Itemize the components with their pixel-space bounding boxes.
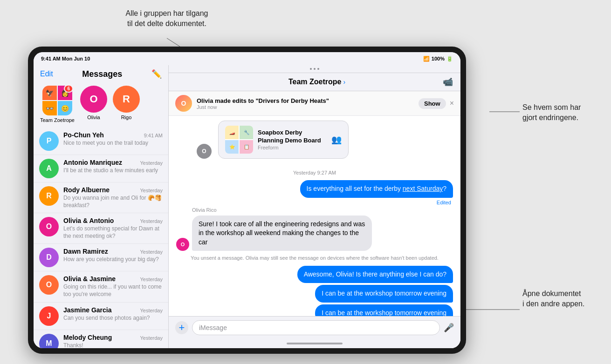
msg-name: Rody Albuerne — [63, 186, 110, 194]
msg-content: Antonio Manriquez Yesterday I'll be at t… — [63, 159, 163, 175]
msg-name: Jasmine Garcia — [63, 306, 112, 314]
compose-button[interactable]: ✏️ — [151, 69, 162, 79]
pinned-contact-rigo[interactable]: R Rigo — [113, 86, 140, 123]
edit-button[interactable]: Edit — [40, 70, 53, 78]
avatar: A — [39, 159, 59, 178]
chevron-right-icon: › — [343, 78, 345, 86]
msg-name: Antonio Manriquez — [63, 159, 122, 166]
bubble-row: I can be at the workshop tomorrow evenin… — [176, 304, 453, 316]
messages-title: Messages — [82, 69, 122, 79]
chat-title-area[interactable]: Team Zoetrope › — [288, 78, 345, 86]
avatar: P — [39, 131, 59, 151]
list-item[interactable]: J Jasmine Garcia Yesterday Can you send … — [34, 303, 168, 330]
msg-content: Olivia & Antonio Yesterday Let's do some… — [63, 217, 163, 240]
msg-time: Yesterday — [140, 160, 163, 166]
msg-content: Olivia & Jasmine Yesterday Going on this… — [63, 275, 163, 298]
list-item[interactable]: P Po-Chun Yeh 9:41 AM Nice to meet you o… — [34, 128, 168, 155]
bubble-row: O Sure! I took care of all the engineeri… — [176, 216, 453, 251]
list-item[interactable]: O Olivia & Jasmine Yesterday Going on th… — [34, 271, 168, 302]
input-placeholder: iMessage — [199, 324, 227, 331]
avatar: J — [39, 306, 59, 326]
bubble-row: Awesome, Olivia! Is there anything else … — [176, 266, 453, 283]
list-item[interactable]: O Olivia & Antonio Yesterday Let's do so… — [34, 213, 168, 244]
chat-title: Team Zoetrope — [288, 78, 342, 86]
badge-count: 6 — [64, 85, 73, 93]
mic-button[interactable]: 🎤 — [444, 323, 454, 333]
notification-banner: O Olivia made edits to "Drivers for Derb… — [169, 91, 460, 116]
annotation-top: Alle i gruppen har tilgang til det delte… — [111, 8, 223, 29]
pinned-contacts: 🦅 👩 👓 😊 6 Team Zoetrope O Olivia — [34, 82, 168, 128]
avatar: O — [39, 275, 59, 295]
edited-label: Edited — [176, 200, 453, 205]
list-item[interactable]: M Melody Cheung Yesterday Thanks! — [34, 330, 168, 348]
avatar: M — [39, 334, 59, 348]
message-input[interactable]: iMessage — [192, 320, 440, 335]
ipad-screen: 9:41 AM Mon Jun 10 📶 100% 🔋 Edit Message… — [34, 52, 460, 348]
add-attachment-button[interactable]: + — [175, 321, 188, 334]
notif-content: Olivia made edits to "Drivers for Derby … — [197, 97, 414, 110]
doc-sender-avatar: O — [197, 144, 212, 159]
doc-thumbnail: 🏎️ 🔧 ⭐ 📋 — [225, 126, 253, 154]
main-content: Edit Messages ✏️ 🦅 👩 👓 😊 — [34, 65, 460, 348]
status-right: 📶 100% 🔋 — [423, 56, 453, 62]
sender-name-label: Olivia Rico — [176, 207, 453, 214]
ipad-frame: 9:41 AM Mon Jun 10 📶 100% 🔋 Edit Message… — [28, 47, 466, 354]
msg-name: Dawn Ramirez — [63, 248, 108, 255]
doc-info: Soapbox Derby Planning Demo Board Freefo… — [258, 129, 327, 150]
list-item[interactable]: R Rody Albuerne Yesterday Do you wanna j… — [34, 182, 168, 213]
close-button[interactable]: × — [450, 99, 454, 108]
msg-preview: Thanks! — [63, 342, 163, 348]
home-bar — [287, 343, 343, 344]
msg-time: Yesterday — [140, 335, 163, 341]
notif-actions: Show × — [419, 98, 454, 109]
bubble-row: Is everything all set for the derby next… — [176, 180, 453, 198]
msg-preview: I'll be at the studio a few minutes earl… — [63, 167, 163, 175]
rigo-avatar: R — [113, 86, 140, 113]
messages-area: Yesterday 9:27 AM Is everything all set … — [169, 163, 460, 316]
msg-time: Yesterday — [140, 188, 163, 193]
pinned-name-olivia: Olivia — [87, 115, 100, 120]
pinned-name-rigo: Rigo — [121, 115, 132, 120]
msg-time: Yesterday — [140, 218, 163, 224]
show-button[interactable]: Show — [419, 98, 446, 109]
doc-title: Soapbox Derby Planning Demo Board — [258, 129, 327, 145]
pinned-contact-olivia[interactable]: O Olivia — [80, 86, 107, 123]
msg-name: Po-Chun Yeh — [63, 131, 104, 139]
avatar: R — [39, 186, 59, 206]
message-list: P Po-Chun Yeh 9:41 AM Nice to meet you o… — [34, 128, 168, 348]
chat-header: Team Zoetrope › 📹 — [169, 73, 460, 91]
shared-doc-card[interactable]: 🏎️ 🔧 ⭐ 📋 Soapbox Derby Planning Demo Boa… — [218, 121, 349, 159]
msg-content: Po-Chun Yeh 9:41 AM Nice to meet you on … — [63, 131, 163, 147]
annotation-right2: Åpne dokumentet i den andre appen. — [522, 289, 606, 310]
doc-subtitle: Freeform — [258, 145, 327, 150]
msg-name: Olivia & Jasmine — [63, 275, 116, 283]
notif-time: Just now — [197, 104, 414, 110]
group-icon: 👥 — [331, 135, 342, 145]
bubble: Is everything all set for the derby next… — [300, 180, 453, 198]
sidebar: Edit Messages ✏️ 🦅 👩 👓 😊 — [34, 65, 169, 348]
shared-doc-container: O 🏎️ 🔧 ⭐ 📋 Soapbox Derby Planning Demo B… — [169, 116, 460, 163]
top-dots-area — [169, 65, 460, 73]
battery-text: 100% — [432, 56, 445, 61]
input-bar: + iMessage 🎤 — [169, 316, 460, 339]
msg-content: Rody Albuerne Yesterday Do you wanna joi… — [63, 186, 163, 209]
msg-preview: Do you wanna join me and Oli for 🥐🥞 brea… — [63, 195, 163, 209]
status-bar: 9:41 AM Mon Jun 10 📶 100% 🔋 — [34, 52, 460, 65]
three-dots — [310, 68, 319, 70]
list-item[interactable]: A Antonio Manriquez Yesterday I'll be at… — [34, 155, 168, 182]
wifi-icon: 📶 — [423, 56, 430, 62]
avatar: O — [39, 217, 59, 236]
list-item[interactable]: D Dawn Ramirez Yesterday How are you cel… — [34, 244, 168, 271]
pinned-name-team-zoetrope: Team Zoetrope — [40, 117, 75, 123]
video-call-button[interactable]: 📹 — [443, 77, 453, 87]
msg-preview: How are you celebrating your big day? — [63, 256, 163, 263]
status-time: 9:41 AM Mon Jun 10 — [41, 56, 90, 61]
msg-time: Yesterday — [140, 249, 163, 255]
msg-preview: Let's do something special for Dawn at t… — [63, 225, 163, 240]
msg-name: Melody Cheung — [63, 334, 112, 341]
timestamp-label: Yesterday 9:27 AM — [176, 167, 453, 178]
msg-time: Yesterday — [140, 308, 163, 313]
pinned-contact-team-zoetrope[interactable]: 🦅 👩 👓 😊 6 Team Zoetrope — [40, 86, 75, 123]
msg-content: Melody Cheung Yesterday Thanks! — [63, 334, 163, 348]
bubble: I can be at the workshop tomorrow evenin… — [315, 304, 453, 316]
